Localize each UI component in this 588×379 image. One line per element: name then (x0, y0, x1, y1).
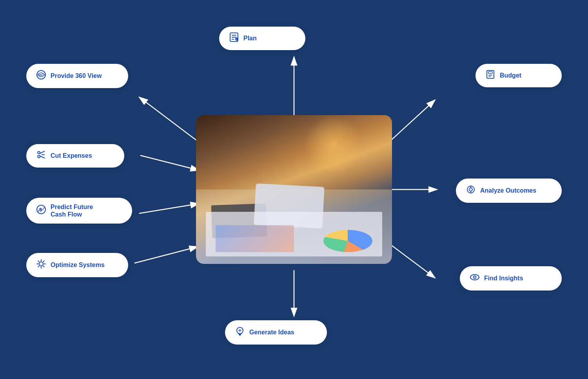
find-insights-button[interactable]: Find Insights (460, 266, 562, 291)
budget-button[interactable]: Budget (475, 64, 562, 87)
diagram-container: ! Plan 360° Provide 360 View Budget (0, 0, 588, 379)
generate-ideas-icon (234, 326, 245, 339)
svg-line-3 (139, 97, 200, 143)
svg-line-9 (134, 247, 198, 263)
find-insights-label: Find Insights (484, 274, 523, 282)
svg-point-24 (38, 155, 40, 158)
svg-point-37 (39, 262, 43, 266)
svg-line-5 (140, 155, 199, 170)
svg-text:!: ! (236, 38, 237, 41)
svg-rect-20 (488, 72, 492, 74)
center-image (196, 115, 392, 264)
predict-cashflow-label1: Predict Future (51, 203, 93, 211)
analyze-outcomes-button[interactable]: Analyze Outcomes (456, 179, 562, 203)
svg-point-23 (38, 152, 40, 154)
optimize-systems-button[interactable]: Optimize Systems (26, 253, 128, 277)
svg-point-36 (474, 277, 475, 278)
find-insights-icon (469, 272, 480, 285)
cut-expenses-button[interactable]: Cut Expenses (26, 144, 124, 168)
360-view-icon: 360° (36, 69, 47, 83)
analyze-outcomes-label: Analyze Outcomes (480, 187, 536, 194)
optimize-systems-icon (36, 258, 47, 272)
predict-cashflow-label2: Cash Flow (51, 211, 93, 218)
plan-button[interactable]: ! Plan (219, 27, 305, 50)
svg-line-7 (139, 204, 199, 213)
analyze-outcomes-icon (465, 184, 476, 197)
plan-label: Plan (243, 34, 257, 42)
generate-ideas-label: Generate Ideas (249, 328, 294, 336)
cut-expenses-label: Cut Expenses (51, 152, 92, 159)
budget-label: Budget (500, 72, 521, 79)
provide-360-view-label: Provide 360 View (51, 72, 102, 79)
predict-cashflow-icon: $ (36, 204, 47, 217)
svg-line-26 (40, 156, 45, 158)
svg-line-25 (40, 151, 45, 153)
svg-line-8 (388, 243, 435, 278)
budget-icon (485, 69, 496, 82)
provide-360-view-button[interactable]: 360° Provide 360 View (26, 64, 128, 88)
optimize-systems-label: Optimize Systems (51, 261, 105, 269)
svg-point-29 (469, 188, 472, 191)
generate-ideas-button[interactable]: Generate Ideas (225, 320, 327, 345)
predict-cashflow-button[interactable]: $ Predict Future Cash Flow (26, 198, 132, 224)
cut-expenses-icon (36, 150, 47, 162)
svg-text:360°: 360° (38, 74, 44, 76)
plan-icon: ! (229, 32, 240, 45)
svg-line-4 (388, 100, 435, 143)
